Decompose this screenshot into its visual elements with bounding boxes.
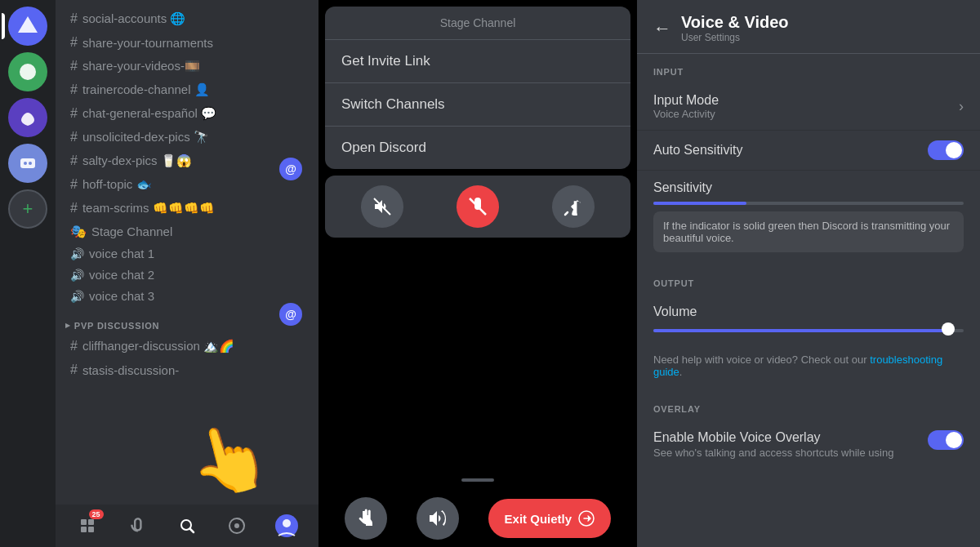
channel-item-social-accounts[interactable]: # social-accounts 🌐 xyxy=(60,7,314,30)
nav-search[interactable] xyxy=(169,508,205,544)
voice-icon: 🔊 xyxy=(70,269,84,282)
svg-rect-8 xyxy=(88,527,94,532)
leave-call-btn[interactable] xyxy=(552,185,595,228)
channel-hash-icon: # xyxy=(70,362,78,377)
settings-title: Voice & Video xyxy=(681,13,789,32)
category-label: PVP DISCUSSION xyxy=(74,321,160,331)
voice-bottom-bar: Exit Quietly xyxy=(318,490,637,547)
left-panel: + # social-accounts 🌐 # share-your-tourn… xyxy=(0,0,318,547)
auto-sensitivity-label: Auto Sensitivity xyxy=(653,143,921,158)
mute-mic-btn[interactable] xyxy=(457,185,499,228)
nav-mentions[interactable] xyxy=(219,508,255,544)
auto-sensitivity-row: Auto Sensitivity xyxy=(637,131,980,171)
stage-icon: 🎭 xyxy=(70,224,87,239)
input-mode-row[interactable]: Input Mode Voice Activity › xyxy=(637,83,980,131)
channel-hash-icon: # xyxy=(70,11,78,26)
sensitivity-hint: If the indicator is solid green then Dis… xyxy=(653,211,964,252)
svg-point-3 xyxy=(24,162,27,165)
nav-home[interactable]: 25 xyxy=(69,508,105,544)
channel-name: trainercode-channel 👤 xyxy=(82,82,210,97)
channel-hash-icon: # xyxy=(70,130,78,145)
channel-name: team-scrims 👊👊👊👊 xyxy=(82,201,215,216)
category-collapse-icon: ▸ xyxy=(65,320,71,331)
channel-item-chat-general-espanol[interactable]: # chat-general-español 💬 xyxy=(60,102,314,125)
svg-rect-6 xyxy=(88,519,94,525)
notification-badge: 25 xyxy=(89,509,104,519)
channel-item-stasis[interactable]: # stasis-discussion- xyxy=(60,358,314,381)
raise-hand-btn[interactable] xyxy=(345,497,387,540)
volume-slider-container xyxy=(637,322,980,345)
sensitivity-slider-track[interactable] xyxy=(653,202,964,205)
stage-channel[interactable]: 🎭 Stage Channel xyxy=(60,220,314,242)
auto-sensitivity-toggle[interactable] xyxy=(928,140,964,160)
channel-hash-icon: # xyxy=(70,35,78,50)
channel-list: # social-accounts 🌐 # share-your-tournam… xyxy=(56,0,318,547)
channel-item-trainercode[interactable]: # trainercode-channel 👤 xyxy=(60,78,314,101)
sensitivity-section: Sensitivity xyxy=(637,171,980,195)
channel-item-share-tournaments[interactable]: # share-your-tournaments xyxy=(60,31,314,54)
sensitivity-slider-fill xyxy=(653,202,746,205)
exit-quietly-label: Exit Quietly xyxy=(505,512,572,526)
channel-name: voice chat 2 xyxy=(89,268,154,282)
server-icon-2[interactable] xyxy=(8,52,47,91)
section-label-input: INPUT xyxy=(637,54,980,83)
channel-item-cliffhanger[interactable]: # cliffhanger-discussion 🏔️🌈 xyxy=(60,335,314,358)
chevron-right-icon: › xyxy=(959,98,964,115)
channel-hash-icon: # xyxy=(70,153,78,168)
input-mode-label: Input Mode Voice Activity xyxy=(653,93,952,120)
mute-speaker-btn[interactable] xyxy=(361,185,403,228)
troubleshoot-suffix: . xyxy=(679,366,683,378)
exit-quietly-button[interactable]: Exit Quietly xyxy=(488,499,612,538)
voice-channel-3[interactable]: 🔊 voice chat 3 xyxy=(60,286,314,306)
volume-title: Volume xyxy=(653,305,964,319)
volume-slider-track[interactable] xyxy=(653,329,964,332)
server-icon-4[interactable] xyxy=(8,144,47,183)
input-mode-title: Input Mode xyxy=(653,93,952,108)
channel-name: Stage Channel xyxy=(91,225,172,238)
channel-name: hoff-topic 🐟 xyxy=(82,177,152,192)
channel-name: unsolicited-dex-pics 🔭 xyxy=(82,130,209,145)
speaker-btn[interactable] xyxy=(416,497,459,540)
channel-name: voice chat 1 xyxy=(89,247,154,260)
menu-item-switch-channels[interactable]: Switch Channels xyxy=(325,83,630,127)
channel-hash-icon: # xyxy=(70,59,78,73)
channel-item-share-videos[interactable]: # share-your-videos-🎞️ xyxy=(60,55,314,78)
channel-item-team-scrims[interactable]: # team-scrims 👊👊👊👊 xyxy=(60,197,314,220)
sensitivity-title: Sensitivity xyxy=(653,180,964,195)
back-button[interactable]: ← xyxy=(653,18,671,39)
nav-voice[interactable] xyxy=(119,508,155,544)
server-icon-3[interactable] xyxy=(8,98,47,137)
overlay-quick-controls xyxy=(325,176,630,238)
auto-sensitivity-title: Auto Sensitivity xyxy=(653,143,921,158)
overlay-toggle[interactable] xyxy=(928,430,964,450)
channel-hash-icon: # xyxy=(70,177,78,192)
menu-item-get-invite-link[interactable]: Get Invite Link xyxy=(325,40,630,83)
mention-badge-1: @ xyxy=(279,158,302,180)
settings-title-group: Voice & Video User Settings xyxy=(681,13,789,43)
channel-name: share-your-tournaments xyxy=(82,36,213,50)
troubleshoot-prefix: Need help with voice or video? Check out… xyxy=(653,354,870,366)
channel-item-unsolicited-dex[interactable]: # unsolicited-dex-pics 🔭 xyxy=(60,126,314,149)
channel-name: stasis-discussion- xyxy=(82,363,179,377)
overlay-menu-title: Stage Channel xyxy=(325,7,630,40)
section-label-output: OUTPUT xyxy=(637,265,980,295)
settings-header: ← Voice & Video User Settings xyxy=(637,0,980,54)
nav-profile[interactable] xyxy=(269,508,305,544)
channel-item-salty-dex[interactable]: # salty-dex-pics 🥛😱 xyxy=(60,149,314,172)
voice-channel-2[interactable]: 🔊 voice chat 2 xyxy=(60,265,314,285)
voice-channel-1[interactable]: 🔊 voice chat 1 xyxy=(60,243,314,264)
svg-marker-0 xyxy=(18,16,38,33)
channel-name: salty-dex-pics 🥛😱 xyxy=(82,153,192,168)
svg-line-10 xyxy=(189,529,194,533)
svg-point-14 xyxy=(283,519,291,527)
server-icon-bar: + xyxy=(0,0,56,547)
server-icon-5[interactable]: + xyxy=(8,189,47,229)
volume-slider-thumb xyxy=(942,322,955,336)
bottom-nav: 25 xyxy=(56,505,318,547)
svg-rect-7 xyxy=(81,527,87,532)
voice-icon: 🔊 xyxy=(70,290,84,303)
server-icon-1[interactable] xyxy=(8,7,47,46)
sensitivity-hint-text: If the indicator is solid green then Dis… xyxy=(663,220,950,244)
channel-item-hoff-topic[interactable]: # hoff-topic 🐟 xyxy=(60,173,314,196)
menu-item-open-discord[interactable]: Open Discord xyxy=(325,127,630,169)
